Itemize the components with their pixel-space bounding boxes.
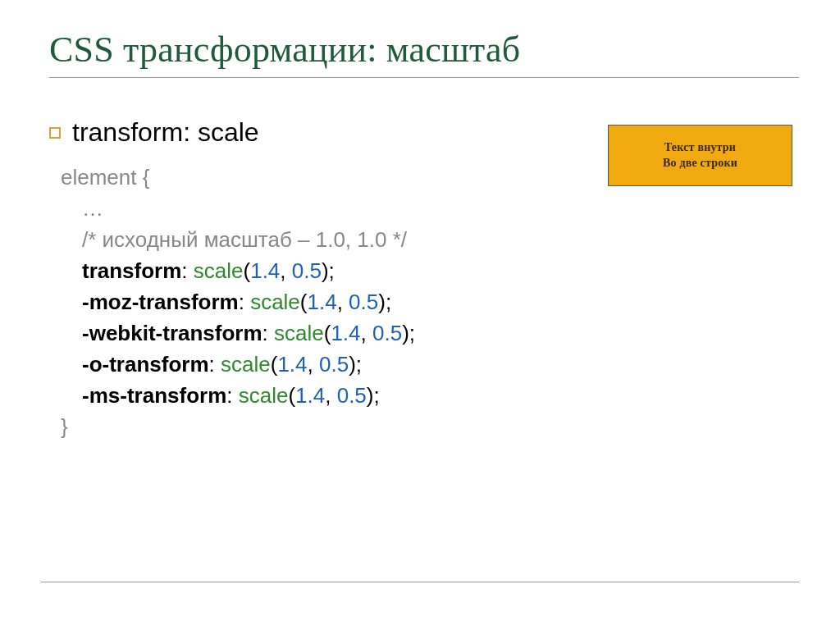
code-comma: , — [280, 258, 291, 283]
code-arg-a: 1.4 — [250, 258, 280, 283]
title-divider — [49, 77, 799, 78]
code-paren-close: ); — [367, 383, 380, 408]
code-func: scale — [239, 383, 289, 408]
code-paren-open: ( — [244, 258, 251, 283]
code-arg-b: 0.5 — [337, 383, 367, 408]
code-paren-close: ); — [402, 321, 415, 345]
code-line: transform: scale(1.4, 0.5); — [82, 256, 799, 287]
code-line: -moz-transform: scale(1.4, 0.5); — [82, 287, 799, 318]
code-arg-a: 1.4 — [308, 290, 337, 314]
code-comma: , — [325, 383, 336, 408]
bullet-text: transform: scale — [72, 117, 259, 148]
code-comma: , — [361, 321, 372, 345]
code-comma: , — [308, 352, 319, 377]
code-paren-close: ); — [349, 352, 362, 377]
code-func: scale — [250, 290, 300, 314]
code-block: element { … /* исходный масштаб – 1.0, 1… — [61, 162, 799, 443]
code-arg-b: 0.5 — [292, 258, 322, 283]
code-arg-b: 0.5 — [349, 290, 378, 314]
code-comment: /* исходный масштаб – 1.0, 1.0 */ — [82, 225, 799, 256]
code-func: scale — [221, 352, 271, 377]
code-line: -ms-transform: scale(1.4, 0.5); — [82, 381, 799, 412]
code-colon: : — [181, 258, 193, 283]
code-line: -webkit-transform: scale(1.4, 0.5); — [82, 318, 799, 349]
demo-line-2: Во две строки — [663, 156, 737, 171]
code-func: scale — [274, 321, 324, 345]
code-prop-name: -moz-transform — [82, 290, 239, 314]
code-colon: : — [209, 352, 221, 377]
code-prop-name: -webkit-transform — [82, 321, 262, 345]
code-arg-b: 0.5 — [319, 352, 349, 377]
code-line: -o-transform: scale(1.4, 0.5); — [82, 349, 799, 381]
code-colon: : — [262, 321, 274, 345]
code-close: } — [61, 412, 799, 443]
code-comma: , — [337, 290, 349, 314]
code-colon: : — [239, 290, 250, 314]
slide-title: CSS трансформации: масштаб — [49, 29, 799, 71]
code-arg-a: 1.4 — [295, 383, 325, 408]
code-func: scale — [194, 258, 244, 283]
demo-box: Текст внутри Во две строки — [608, 125, 792, 186]
code-arg-b: 0.5 — [372, 321, 402, 345]
code-prop-name: -o-transform — [82, 352, 209, 377]
code-paren-close: ); — [322, 258, 335, 283]
square-bullet-icon — [49, 127, 61, 139]
code-arg-a: 1.4 — [277, 352, 307, 377]
code-paren-open: ( — [288, 383, 295, 408]
code-prop-name: -ms-transform — [82, 383, 226, 408]
code-paren-open: ( — [300, 290, 308, 314]
slide: CSS трансформации: масштаб transform: sc… — [0, 0, 840, 630]
code-prop-name: transform — [82, 258, 181, 283]
code-ellipsis: … — [82, 194, 799, 225]
code-arg-a: 1.4 — [331, 321, 360, 345]
demo-line-1: Текст внутри — [664, 140, 736, 156]
code-colon: : — [226, 383, 238, 408]
bottom-divider — [41, 582, 799, 582]
code-paren-close: ); — [378, 290, 391, 314]
